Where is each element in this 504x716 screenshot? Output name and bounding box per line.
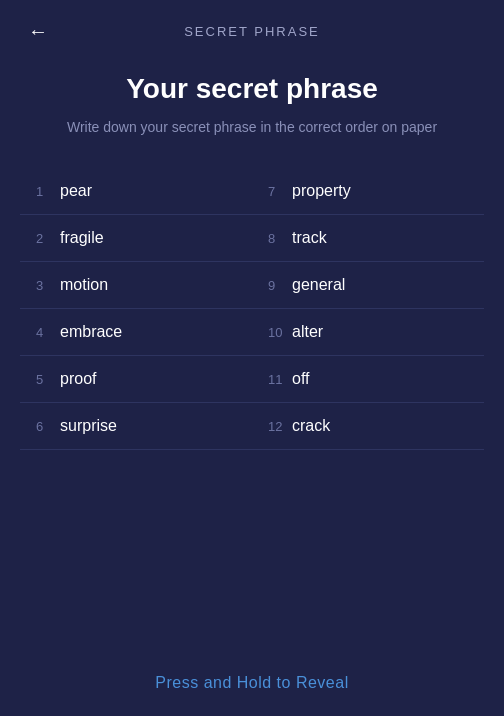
word-text: proof [60,370,96,388]
word-number: 7 [268,184,292,199]
word-number: 9 [268,278,292,293]
subtitle: Write down your secret phrase in the cor… [40,117,464,138]
word-number: 3 [36,278,60,293]
word-item: 6surprise [20,403,252,450]
back-icon: ← [28,20,48,42]
word-item: 1pear [20,168,252,215]
word-text: embrace [60,323,122,341]
word-number: 10 [268,325,292,340]
header: ← SECRET PHRASE [0,0,504,49]
word-text: off [292,370,310,388]
word-number: 4 [36,325,60,340]
word-number: 1 [36,184,60,199]
header-title: SECRET PHRASE [184,24,320,39]
word-text: motion [60,276,108,294]
word-number: 11 [268,372,292,387]
word-item: 8track [252,215,484,262]
word-text: track [292,229,327,247]
word-text: fragile [60,229,104,247]
word-number: 12 [268,419,292,434]
back-button[interactable]: ← [20,16,56,47]
word-number: 2 [36,231,60,246]
footer: Press and Hold to Reveal [0,674,504,692]
word-item: 2fragile [20,215,252,262]
word-item: 12crack [252,403,484,450]
word-item: 4embrace [20,309,252,356]
reveal-button[interactable]: Press and Hold to Reveal [155,674,348,692]
title-section: Your secret phrase Write down your secre… [0,49,504,168]
word-item: 5proof [20,356,252,403]
word-item: 7property [252,168,484,215]
word-text: alter [292,323,323,341]
word-text: property [292,182,351,200]
word-text: pear [60,182,92,200]
left-word-column: 1pear2fragile3motion4embrace5proof6surpr… [20,168,252,450]
right-word-column: 7property8track9general10alter11off12cra… [252,168,484,450]
word-number: 5 [36,372,60,387]
main-title: Your secret phrase [40,73,464,105]
word-number: 8 [268,231,292,246]
word-number: 6 [36,419,60,434]
words-container: 1pear2fragile3motion4embrace5proof6surpr… [0,168,504,450]
word-item: 11off [252,356,484,403]
word-text: general [292,276,345,294]
word-item: 9general [252,262,484,309]
word-item: 3motion [20,262,252,309]
word-text: crack [292,417,330,435]
word-item: 10alter [252,309,484,356]
word-text: surprise [60,417,117,435]
